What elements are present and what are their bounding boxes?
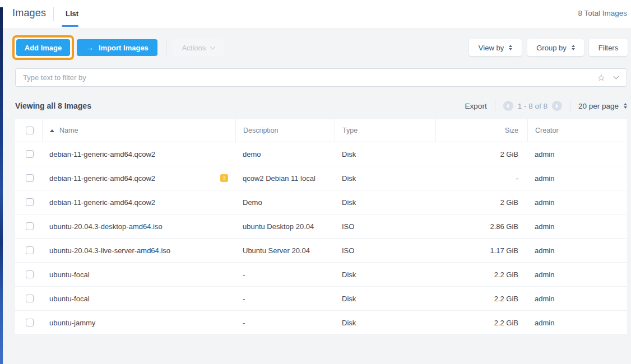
row-checkbox[interactable] (26, 198, 34, 206)
cell-name: ubuntu-20.04.3-live-server-amd64.iso ! (42, 246, 235, 255)
column-header-creator[interactable]: Creator (527, 119, 627, 142)
import-arrow-icon: → (86, 44, 94, 52)
view-by-label: View by (479, 44, 504, 52)
page-title: Images (12, 7, 46, 19)
column-header-type[interactable]: Type (335, 119, 435, 142)
chevron-down-icon (210, 44, 216, 49)
column-label: Name (59, 127, 78, 134)
cell-type: Disk (335, 150, 435, 158)
table-row[interactable]: debian-11-generic-amd64.qcow2 ! qcow2 De… (15, 166, 627, 190)
import-images-button[interactable]: → Import Images (77, 39, 157, 56)
cell-name: debian-11-generic-amd64.qcow2 ! (42, 174, 235, 183)
table-row[interactable]: ubuntu-focal ! - Disk 2.2 GiB admin (15, 263, 627, 287)
row-checkbox[interactable] (26, 246, 34, 254)
image-name: ubuntu-focal (49, 295, 90, 303)
column-label: Creator (535, 127, 559, 134)
pagination: 1 - 8 of 8 (503, 101, 562, 111)
per-page-selector[interactable]: 20 per page (578, 102, 627, 110)
view-by-button[interactable]: View by (469, 39, 522, 56)
column-header-size[interactable]: Size (435, 119, 527, 142)
sort-updown-icon (624, 103, 627, 109)
chevron-left-icon (507, 104, 511, 108)
cell-size: 2 GiB (435, 150, 527, 158)
nav-drawer-edge[interactable] (0, 7, 3, 364)
cell-creator: admin (527, 222, 627, 231)
cell-type: ISO (335, 222, 435, 231)
row-checkbox-cell (15, 150, 42, 158)
column-label: Type (342, 127, 358, 134)
table-row[interactable]: debian-11-generic-amd64.qcow2 ! demo Dis… (15, 142, 627, 166)
table-body: debian-11-generic-amd64.qcow2 ! demo Dis… (15, 142, 627, 335)
cell-creator: admin (527, 270, 627, 279)
row-checkbox-cell (15, 222, 42, 230)
table-row[interactable]: ubuntu-focal ! - Disk 2.2 GiB admin (15, 287, 627, 311)
status-row: Viewing all 8 Images Export 1 - 8 of 8 2… (15, 99, 627, 113)
prev-page-button[interactable] (503, 101, 513, 111)
cell-description: demo (235, 150, 335, 158)
row-checkbox[interactable] (26, 270, 34, 278)
images-table: Name Description Type Size Creator debia… (15, 119, 627, 335)
row-checkbox[interactable] (26, 174, 34, 182)
image-name: ubuntu-jammy (49, 319, 95, 327)
filter-input[interactable] (16, 73, 597, 82)
filter-bar: ☆ (15, 68, 627, 87)
divider (495, 101, 495, 111)
cell-size: 1.17 GiB (435, 246, 527, 255)
cell-type: Disk (335, 270, 435, 279)
cell-description: Demo (235, 198, 335, 207)
image-name: debian-11-generic-amd64.qcow2 (49, 150, 155, 158)
cell-creator: admin (527, 246, 627, 255)
cell-type: ISO (335, 246, 435, 255)
star-icon[interactable]: ☆ (597, 73, 605, 82)
row-checkbox[interactable] (26, 319, 34, 326)
cell-type: Disk (335, 295, 435, 303)
row-checkbox-cell (15, 319, 42, 326)
add-image-button[interactable]: Add Image (16, 39, 70, 56)
table-row[interactable]: ubuntu-20.04.3-live-server-amd64.iso ! U… (15, 239, 627, 263)
table-row[interactable]: ubuntu-20.04.3-desktop-amd64.iso ! ubunt… (15, 214, 627, 239)
toolbar-divider (166, 40, 166, 55)
column-header-name[interactable]: Name (42, 119, 235, 142)
image-name: ubuntu-focal (49, 270, 90, 279)
cell-description: ubuntu Desktop 20.04 (235, 222, 335, 231)
filters-label: Filters (598, 44, 618, 52)
column-header-description[interactable]: Description (235, 119, 335, 142)
row-checkbox[interactable] (26, 295, 34, 302)
cell-size: - (435, 174, 527, 183)
sort-asc-icon (50, 129, 54, 132)
cell-size: 2.86 GiB (435, 222, 527, 231)
cell-creator: admin (527, 198, 627, 207)
actions-button[interactable]: Actions (173, 39, 224, 56)
row-checkbox-cell (15, 246, 42, 254)
row-checkbox-cell (15, 198, 42, 206)
cell-type: Disk (335, 319, 435, 327)
cell-creator: admin (527, 150, 627, 158)
export-button[interactable]: Export (465, 102, 487, 110)
cell-description: - (235, 295, 335, 303)
row-checkbox[interactable] (26, 222, 34, 230)
chevron-down-icon[interactable] (614, 74, 619, 80)
tab-active-underline (62, 25, 78, 27)
table-row[interactable]: ubuntu-jammy ! - Disk 2.2 GiB admin (15, 311, 627, 335)
cell-description: - (235, 270, 335, 279)
cell-name: ubuntu-jammy ! (42, 319, 235, 327)
column-label: Size (505, 127, 518, 134)
cell-name: ubuntu-focal ! (42, 295, 235, 303)
warning-icon: ! (220, 174, 228, 182)
chevron-right-icon (554, 104, 558, 108)
tab-list[interactable]: List (66, 10, 78, 18)
group-by-label: Group by (536, 44, 566, 52)
table-row[interactable]: debian-11-generic-amd64.qcow2 ! Demo Dis… (15, 190, 627, 214)
row-checkbox[interactable] (26, 150, 34, 158)
header-checkbox-cell (15, 119, 42, 142)
row-checkbox-cell (15, 270, 42, 278)
filters-button[interactable]: Filters (589, 39, 628, 56)
cell-creator: admin (527, 295, 627, 303)
select-all-checkbox[interactable] (26, 127, 34, 134)
cell-description: - (235, 319, 335, 327)
cell-size: 2.2 GiB (435, 295, 527, 303)
group-by-button[interactable]: Group by (527, 39, 584, 56)
cell-name: ubuntu-focal ! (42, 270, 235, 279)
next-page-button[interactable] (552, 101, 562, 111)
cell-description: Ubuntu Server 20.04 (235, 246, 335, 255)
